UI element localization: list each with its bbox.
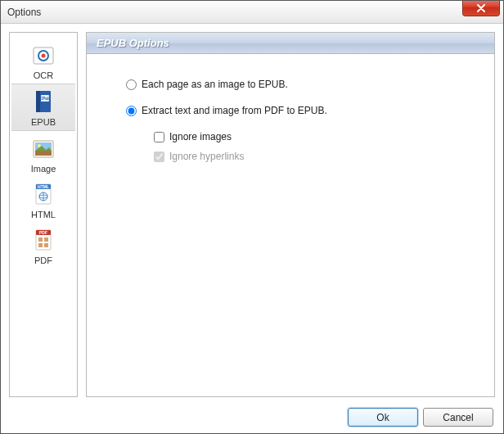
button-bar: Ok Cancel [348,408,493,427]
svg-rect-21 [44,237,48,242]
sidebar-item-image[interactable]: Image [11,131,75,177]
titlebar: Options [1,1,503,24]
pdf-icon: PDF [30,228,56,254]
option-label: Each page as an image to EPUB. [142,79,288,90]
option-ignore-images[interactable]: Ignore images [154,131,478,142]
cancel-button[interactable]: Cancel [423,408,493,427]
html-icon: HTML [30,182,56,208]
checkbox-ignore-hyperlinks [154,151,164,162]
sidebar-item-label: PDF [34,255,52,265]
svg-rect-22 [38,243,43,247]
option-label: Ignore images [169,131,232,142]
image-icon [30,136,56,162]
svg-rect-4 [36,91,40,112]
content-area: OCR EPub EPUB [1,24,503,400]
sidebar-item-pdf[interactable]: PDF PDF [11,223,75,269]
sidebar-item-epub[interactable]: EPub EPUB [11,84,75,131]
options-panel: EPUB Options Each page as an image to EP… [86,32,495,397]
svg-rect-20 [38,237,43,242]
panel-header: EPUB Options [87,33,494,54]
sidebar-item-html[interactable]: HTML HTML [11,177,75,223]
radio-extract-text-image[interactable] [126,106,137,116]
svg-text:EPub: EPub [40,96,51,101]
sidebar-item-ocr[interactable]: OCR [11,38,75,84]
sidebar-item-label: OCR [34,70,53,80]
ocr-icon [30,43,56,69]
panel-body: Each page as an image to EPUB. Extract t… [87,54,494,187]
option-extract-text-image[interactable]: Extract text and image from PDF to EPUB. [126,105,478,116]
radio-each-page-image[interactable] [126,79,137,90]
close-button[interactable] [462,0,500,16]
option-ignore-hyperlinks: Ignore hyperlinks [154,151,478,162]
svg-text:PDF: PDF [39,230,47,235]
sidebar: OCR EPub EPUB [9,32,78,397]
checkbox-ignore-images[interactable] [154,132,164,142]
option-label: Extract text and image from PDF to EPUB. [142,105,327,116]
epub-icon: EPub [30,89,56,115]
window-title: Options [7,7,41,18]
svg-point-2 [42,54,46,58]
sidebar-item-label: EPUB [31,117,56,127]
svg-rect-10 [35,151,52,156]
option-label: Ignore hyperlinks [169,151,244,162]
ok-button[interactable]: Ok [348,408,418,427]
sidebar-item-label: Image [31,164,56,174]
svg-rect-23 [44,243,48,247]
option-each-page-image[interactable]: Each page as an image to EPUB. [126,79,478,90]
sidebar-item-label: HTML [31,210,56,219]
close-icon [476,4,486,12]
svg-text:HTML: HTML [38,184,49,189]
